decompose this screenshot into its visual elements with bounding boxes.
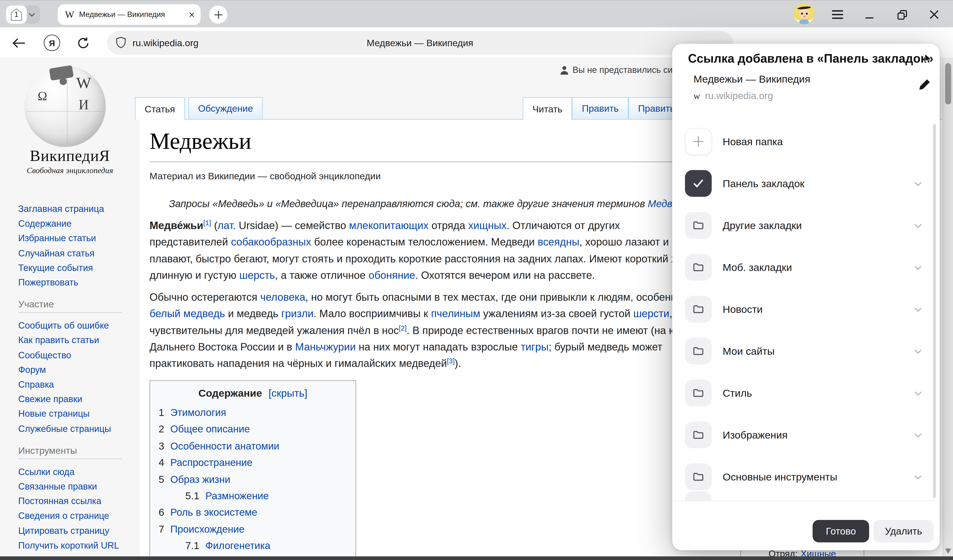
text-run: более коренастым телосложением. Медведи (311, 236, 537, 248)
wiki-tab[interactable]: Читать (523, 97, 572, 119)
minimize-button[interactable] (862, 8, 876, 22)
browser-tab[interactable]: W Медвежьи — Википедия ✕ (57, 4, 200, 25)
back-button[interactable] (11, 35, 27, 51)
sidebar-item[interactable]: Постоянная ссылка (19, 494, 135, 509)
menu-button[interactable] (830, 8, 845, 22)
wiki-link[interactable]: человека (260, 291, 305, 303)
sidebar-item[interactable]: Новые страницы (19, 407, 135, 421)
toc-link[interactable]: Роль в экосистеме (170, 507, 257, 518)
restore-button[interactable] (895, 8, 909, 22)
tab-counter[interactable]: 1 (6, 5, 27, 24)
wikipedia-globe-logo[interactable]: W И Ω (24, 66, 106, 147)
wiki-link[interactable]: шерсть (239, 269, 275, 281)
done-button[interactable]: Готово (813, 520, 869, 542)
sidebar-item[interactable]: Ссылки сюда (19, 464, 135, 479)
toc-number: 6 (159, 507, 164, 518)
wiki-link[interactable]: пчелиным (431, 308, 480, 320)
sidebar-item[interactable]: Сообщить об ошибке (19, 318, 135, 333)
sidebar-item[interactable]: Получить короткий URL (19, 538, 135, 553)
sidebar-item[interactable]: Как править статьи (19, 333, 135, 348)
folder-row[interactable]: Моб. закладки (672, 247, 939, 289)
toc-hide-link[interactable]: [скрыть] (269, 388, 307, 399)
wiki-link[interactable]: гризли (281, 308, 314, 320)
folder-row[interactable]: Стиль (672, 372, 939, 414)
wiki-link[interactable]: лат. (217, 219, 236, 231)
close-button[interactable] (927, 8, 941, 22)
folder-row[interactable]: Другие закладки (672, 205, 939, 247)
wiki-link[interactable]: [3] (447, 357, 455, 365)
scrollbar-thumb[interactable] (945, 63, 951, 104)
sidebar-item[interactable]: Случайная статья (19, 246, 135, 260)
tab-list-button[interactable]: 1 (6, 5, 40, 24)
wiki-link[interactable]: всеядны (537, 236, 579, 248)
toc-link[interactable]: Этимология (170, 407, 226, 418)
delete-button[interactable]: Удалить (874, 520, 934, 542)
new-folder-row[interactable]: Новая папка (672, 121, 939, 163)
sidebar-item[interactable]: Сообщество (19, 348, 135, 363)
sidebar-item[interactable]: Цитировать страницу (19, 523, 135, 538)
folder-row[interactable]: Новости (672, 289, 939, 331)
folder-row[interactable]: Мои сайты (672, 331, 939, 372)
chevron-down-icon[interactable] (913, 430, 923, 440)
sidebar-item[interactable]: Служебные страницы (19, 421, 135, 436)
popup-scrollbar-thumb[interactable] (933, 124, 936, 498)
folder-icon (685, 463, 712, 490)
wiki-tab[interactable]: Обсуждение (188, 97, 263, 119)
toc-link[interactable]: Общее описание (170, 424, 250, 435)
toc-link[interactable]: Особенности анатомии (170, 440, 279, 451)
sidebar-link-group: Ссылки сюдаСвязанные правкиПостоянная сс… (19, 464, 135, 552)
sidebar-item[interactable]: Пожертвовать (19, 275, 135, 290)
wiki-link[interactable]: Маньчжурии (295, 341, 356, 353)
mouse-cursor (924, 53, 932, 66)
folder-row[interactable]: Изображения (672, 414, 939, 456)
wiki-link[interactable]: млекопитающих (349, 219, 428, 231)
new-tab-button[interactable] (209, 5, 228, 24)
wikipedia-wordmark[interactable]: ВикипедиЯ (0, 147, 140, 165)
chevron-down-icon[interactable] (913, 262, 923, 272)
chevron-down-icon[interactable] (913, 472, 923, 482)
sidebar-item[interactable]: Заглавная страница (19, 202, 135, 217)
wiki-link[interactable]: шерсти (633, 308, 669, 320)
reload-button[interactable] (75, 35, 91, 51)
folder-row[interactable]: Основные инструменты (672, 456, 939, 498)
sidebar-item[interactable]: Избранные статьи (19, 231, 135, 246)
chevron-down-icon[interactable] (913, 220, 923, 231)
sidebar-item[interactable]: Текущие события (19, 260, 135, 275)
wiki-link[interactable]: обоняние (369, 269, 415, 281)
browser-window: 1 W Медвежьи — Википедия ✕ (0, 0, 953, 560)
toc-link[interactable]: Размножение (205, 490, 269, 501)
sidebar-item[interactable]: Свежие правки (19, 392, 135, 407)
wiki-link[interactable]: белый медведь (150, 308, 225, 320)
wiki-link[interactable]: [2] (399, 324, 407, 332)
pencil-icon (917, 78, 931, 92)
chevron-down-icon[interactable] (913, 346, 923, 356)
chevron-down-icon[interactable] (913, 388, 923, 398)
wiki-link[interactable]: хищных (468, 219, 506, 231)
scrollbar-down-arrow[interactable] (945, 549, 951, 554)
wiki-tab[interactable]: Править (572, 97, 628, 119)
tab-close-icon[interactable]: ✕ (188, 10, 195, 19)
text-run: ; бурый медведь может (549, 341, 662, 353)
edit-bookmark-button[interactable] (917, 78, 933, 94)
avatar-face (799, 9, 810, 19)
toc-link[interactable]: Филогенетика (205, 540, 270, 551)
sidebar-item[interactable]: Содержание (19, 217, 135, 231)
wiki-link[interactable]: [1] (203, 219, 211, 227)
url-field[interactable]: ru.wikipedia.org Медвежьи — Википедия (107, 31, 733, 54)
folder-row[interactable]: Панель закладок (672, 163, 939, 205)
sidebar-item[interactable]: Справка (19, 377, 135, 392)
chevron-down-icon[interactable] (913, 304, 923, 314)
toc-link[interactable]: Распространение (170, 457, 253, 468)
sidebar-item[interactable]: Связанные правки (19, 479, 135, 494)
chevron-down-icon[interactable] (913, 179, 923, 189)
page-scrollbar[interactable] (943, 58, 953, 560)
toc-link[interactable]: Происхождение (170, 524, 244, 535)
wiki-tab[interactable]: Статья (135, 97, 185, 119)
wiki-link[interactable]: собакообразных (231, 236, 311, 248)
profile-avatar[interactable] (794, 3, 815, 24)
wiki-link[interactable]: тигры (521, 341, 548, 353)
yandex-button[interactable]: Я (44, 34, 60, 51)
sidebar-item[interactable]: Сведения о странице (19, 509, 135, 523)
toc-link[interactable]: Образ жизни (170, 473, 230, 484)
sidebar-item[interactable]: Форум (19, 363, 135, 377)
